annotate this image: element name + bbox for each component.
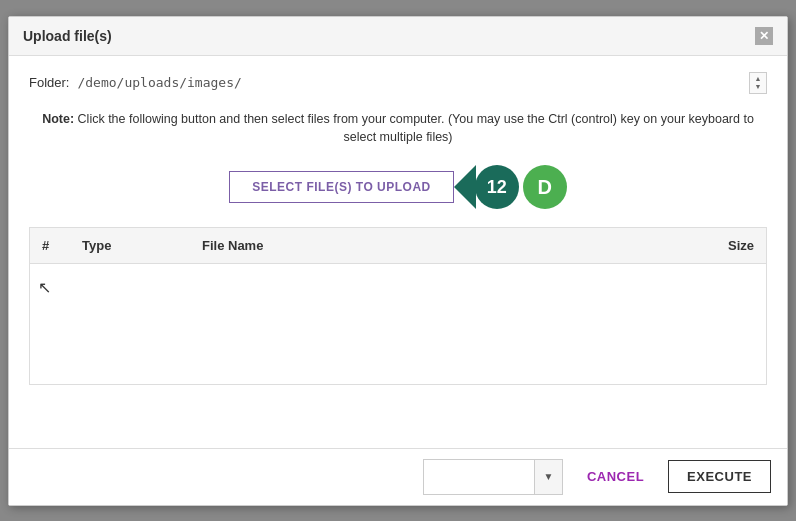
spinner-up-icon: ▲: [755, 75, 762, 83]
upload-btn-row: SELECT FILE(S) TO UPLOAD 12D: [29, 165, 767, 209]
files-table: # Type File Name Size ↖: [29, 227, 767, 385]
select-dropdown-arrow[interactable]: ▼: [534, 460, 562, 494]
footer-select[interactable]: [424, 460, 534, 494]
note-text: Note: Click the following button and the…: [29, 110, 767, 148]
col-size: Size: [662, 236, 762, 255]
dialog-body: Folder: /demo/uploads/images/ ▲ ▼ Note: …: [9, 56, 787, 448]
close-button[interactable]: ✕: [755, 27, 773, 45]
col-number: #: [34, 236, 74, 255]
cancel-button[interactable]: CANCEL: [571, 461, 660, 492]
table-header: # Type File Name Size: [30, 228, 766, 264]
dialog-title: Upload file(s): [23, 28, 112, 44]
col-type: Type: [74, 236, 194, 255]
dialog-header: Upload file(s) ✕: [9, 17, 787, 56]
folder-spinner[interactable]: ▲ ▼: [749, 72, 767, 94]
cursor-icon: ↖: [38, 278, 51, 297]
footer-select-wrapper: ▼: [423, 459, 563, 495]
upload-dialog: Upload file(s) ✕ Folder: /demo/uploads/i…: [8, 16, 788, 506]
spinner-down-icon: ▼: [755, 83, 762, 91]
folder-label: Folder:: [29, 75, 69, 90]
dialog-footer: ▼ CANCEL EXECUTE: [9, 448, 787, 505]
folder-path: /demo/uploads/images/: [77, 75, 745, 90]
execute-button[interactable]: EXECUTE: [668, 460, 771, 493]
table-body: ↖: [30, 264, 766, 384]
folder-row: Folder: /demo/uploads/images/ ▲ ▼: [29, 72, 767, 94]
note-prefix: Note:: [42, 112, 74, 126]
badge-number: 12: [475, 165, 519, 209]
col-filename: File Name: [194, 236, 662, 255]
select-files-button[interactable]: SELECT FILE(S) TO UPLOAD: [229, 171, 453, 203]
badge-letter: D: [523, 165, 567, 209]
arrow-icon: [454, 165, 476, 209]
arrow-badge: 12D: [454, 165, 567, 209]
note-body: Click the following button and then sele…: [74, 112, 754, 145]
